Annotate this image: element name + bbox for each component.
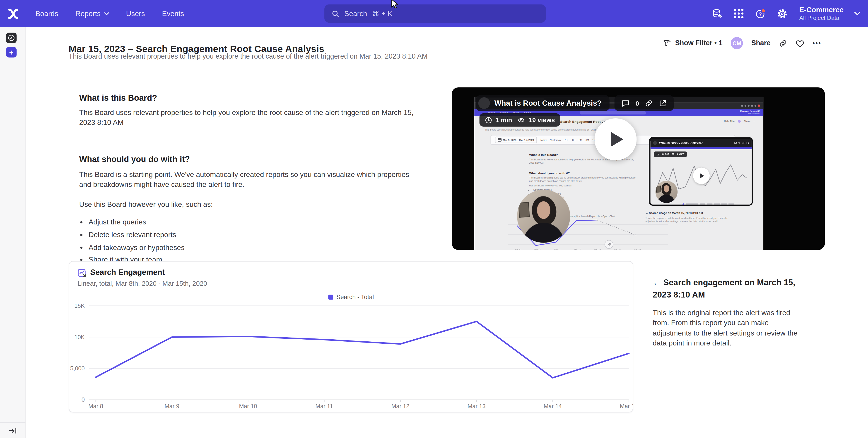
apps-grid-icon[interactable] <box>734 8 745 19</box>
project-chevron-icon[interactable] <box>854 11 860 15</box>
search-shortcut: ⌘ + K <box>372 9 392 18</box>
expand-sidebar-button[interactable] <box>0 422 25 438</box>
video-comment-count: 0 <box>636 100 639 106</box>
recording-dot <box>758 104 760 107</box>
nav-reports[interactable]: Reports <box>75 9 109 18</box>
svg-text:15K: 15K <box>74 302 85 309</box>
nested-video-frame: What is Root Cause Analysis? 0 <box>649 137 753 206</box>
external-link-icon <box>746 141 749 144</box>
video-duration: 1 min <box>495 117 512 123</box>
svg-text:Mar 15: Mar 15 <box>620 403 633 409</box>
list-item: Adjust the queries <box>89 217 419 227</box>
primary-nav: Boards Reports Users Events <box>35 9 184 18</box>
play-button[interactable] <box>595 118 637 160</box>
left-rail: + <box>0 27 26 438</box>
data-management-icon[interactable] <box>712 8 723 19</box>
plus-icon: + <box>9 48 13 56</box>
project-switcher[interactable]: E-Commerce All Project Data <box>799 6 843 21</box>
nested-video-meta: 18 sec 1 view <box>653 151 687 157</box>
svg-text:Mar 10: Mar 10 <box>239 403 257 409</box>
board-content: Mar 15, 2023 – Search Engagement Root Ca… <box>25 27 868 438</box>
board-text-section: What is this Board? This Board uses rele… <box>79 93 419 268</box>
top-nav: Boards Reports Users Events Search ⌘ + K <box>0 0 868 27</box>
svg-text:Mar 8: Mar 8 <box>88 403 103 409</box>
search-icon <box>332 10 339 18</box>
link-icon <box>779 39 787 47</box>
help-icon[interactable]: ? <box>755 8 766 19</box>
favorite-button[interactable] <box>796 39 804 47</box>
video-actions-pill: 0 <box>615 95 674 111</box>
share-button[interactable]: Share <box>751 39 771 47</box>
compass-icon <box>8 34 15 42</box>
search-placeholder: Search <box>344 9 367 18</box>
expand-sidebar-icon <box>9 427 17 434</box>
link-icon <box>742 141 744 144</box>
new-board-button[interactable]: + <box>6 47 17 58</box>
notification-dot <box>761 9 765 12</box>
copy-link-button[interactable] <box>779 39 787 47</box>
show-filter-button[interactable]: Show Filter • 1 <box>663 39 722 47</box>
external-link-icon[interactable] <box>659 99 666 107</box>
nested-avatar <box>653 141 657 144</box>
project-scope: All Project Data <box>799 14 843 21</box>
nested-video-body: 18 sec 1 view <box>650 149 751 204</box>
svg-text:Mar 11: Mar 11 <box>315 403 333 409</box>
aside-heading: ← Search engagement on March 15, 2023 8:… <box>653 276 802 300</box>
board-actions: Show Filter • 1 CM Share ••• <box>663 37 822 49</box>
video-title: What is Root Cause Analysis? <box>494 99 601 107</box>
mouse-cursor <box>391 0 400 9</box>
video-player[interactable]: Mar 15, 2023 - Search Enga...× Boards Re… <box>452 87 825 250</box>
comment-icon[interactable] <box>622 99 629 107</box>
nav-right-cluster: ? E-Commerce All Project Data <box>712 0 860 27</box>
engagement-line-chart: 05,00010K15KMar 8Mar 9Mar 10Mar 11Mar 12… <box>69 262 633 412</box>
eye-icon <box>517 116 526 124</box>
mixpanel-logo-icon[interactable] <box>7 7 20 20</box>
svg-text:?: ? <box>758 11 762 17</box>
nested-presenter-thumbnail <box>655 180 677 203</box>
video-meta-pill: 1 min 19 views <box>479 113 560 127</box>
list-item: Add takeaways or hypotheses <box>89 242 419 252</box>
comment-icon <box>734 141 737 144</box>
presenter-thumbnail <box>517 190 570 243</box>
svg-text:Mar 9: Mar 9 <box>164 403 179 409</box>
nested-video-header: What is Root Cause Analysis? 0 <box>650 138 751 147</box>
recorded-board-subtitle: This Board uses relevant properties to h… <box>485 128 596 131</box>
section-body-1: This Board uses relevant properties to h… <box>79 108 419 128</box>
section-heading-1: What is this Board? <box>79 93 419 102</box>
aside-note: ← Search engagement on March 15, 2023 8:… <box>653 276 802 349</box>
video-author-avatar <box>478 97 490 109</box>
nav-events[interactable]: Events <box>162 9 184 18</box>
svg-text:Mar 13: Mar 13 <box>467 403 486 409</box>
video-title-pill: What is Root Cause Analysis? <box>476 95 609 111</box>
heart-icon <box>796 39 804 47</box>
play-icon <box>611 132 623 146</box>
video-view-count: 19 views <box>529 117 555 123</box>
clock-icon <box>485 116 492 124</box>
recorded-board-actions: Hide Filter Share… <box>724 120 756 123</box>
svg-text:5,000: 5,000 <box>70 365 85 371</box>
settings-gear-icon[interactable] <box>776 8 787 19</box>
recorded-aside-note: ← Search usage on March 15, 2023 8:10 AM… <box>646 211 730 224</box>
section-body-3: Use this Board however you like, such as… <box>79 200 419 210</box>
aside-body: This is the original report the alert wa… <box>653 308 802 349</box>
clock-icon <box>656 153 659 156</box>
nav-boards[interactable]: Boards <box>35 9 58 18</box>
svg-text:0: 0 <box>82 396 85 403</box>
svg-text:Mar 14: Mar 14 <box>544 403 562 409</box>
recorded-copy-link-button <box>604 240 613 249</box>
avatar[interactable]: CM <box>731 37 743 49</box>
eye-icon <box>672 153 675 156</box>
search-input[interactable]: Search ⌘ + K <box>324 4 546 23</box>
calendar-icon <box>498 138 501 142</box>
nested-play-button <box>693 167 709 184</box>
report-card[interactable]: Search Engagement Linear, total, Mar 8th… <box>69 261 633 413</box>
nav-users[interactable]: Users <box>126 9 145 18</box>
more-menu-button[interactable]: ••• <box>812 40 822 46</box>
svg-text:Mar 12: Mar 12 <box>392 403 409 409</box>
project-name: E-Commerce <box>799 6 843 14</box>
discover-boards-button[interactable] <box>6 33 17 43</box>
board-subtitle: This Board uses relevant properties to h… <box>69 53 428 60</box>
browser-extension-icons <box>741 104 760 107</box>
section-heading-2: What should you do with it? <box>79 154 419 164</box>
link-icon[interactable] <box>645 99 653 107</box>
